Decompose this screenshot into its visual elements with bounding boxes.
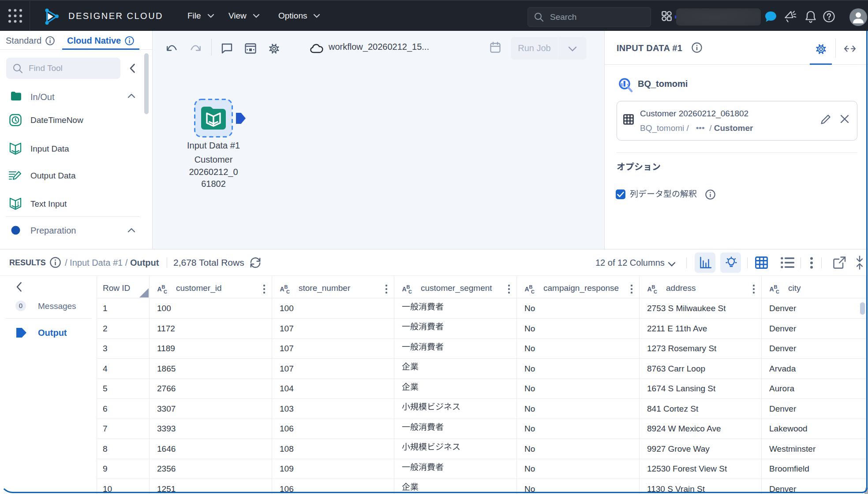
svg-text:C: C — [776, 289, 779, 294]
svg-text:B: B — [284, 284, 288, 290]
svg-text:A: A — [402, 286, 407, 293]
svg-text:B: B — [652, 284, 655, 290]
svg-text:C: C — [164, 289, 167, 294]
svg-text:C: C — [408, 289, 412, 294]
svg-text:A: A — [770, 286, 774, 293]
svg-text:B: B — [529, 284, 533, 290]
svg-text:B: B — [774, 284, 778, 290]
svg-text:C: C — [286, 289, 290, 294]
svg-text:B: B — [162, 284, 165, 290]
svg-text:B: B — [407, 284, 410, 290]
svg-text:A: A — [525, 286, 529, 293]
svg-text:A: A — [647, 286, 652, 293]
svg-text:C: C — [654, 289, 657, 294]
svg-text:C: C — [531, 289, 535, 294]
svg-text:A: A — [280, 286, 284, 293]
svg-text:A: A — [157, 286, 162, 293]
